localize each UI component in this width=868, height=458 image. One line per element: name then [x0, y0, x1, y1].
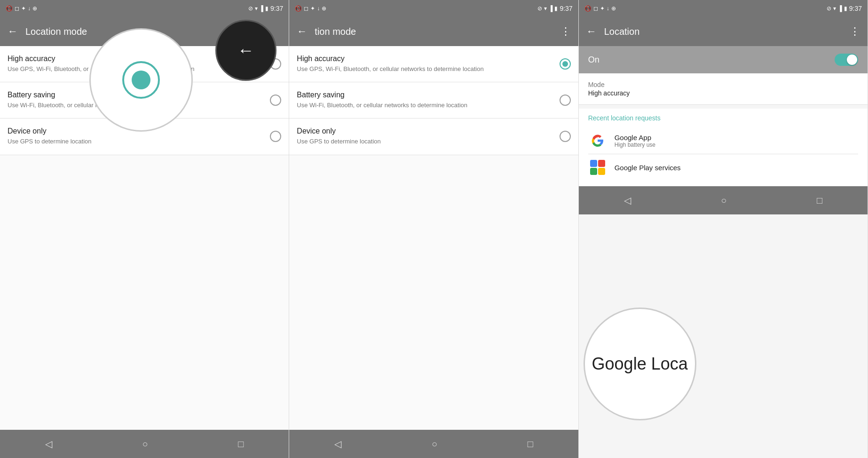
battery-icon-2: ▮ — [554, 5, 558, 12]
item-text-battery-saving-2: Battery saving Use Wi-Fi, Bluetooth, or … — [297, 91, 559, 110]
on-label: On — [588, 55, 600, 65]
radio-high-accuracy-2[interactable] — [560, 58, 571, 70]
location-mode-list-2: High accuracy Use GPS, Wi-Fi, Bluetooth,… — [289, 46, 578, 430]
item-text-device-only-2: Device only Use GPS to determine locatio… — [297, 127, 559, 146]
list-item-battery-saving-2[interactable]: Battery saving Use Wi-Fi, Bluetooth, or … — [289, 82, 578, 118]
radio-battery-saving-2[interactable] — [560, 95, 571, 106]
back-button-3[interactable]: ← — [586, 25, 597, 38]
on-toggle-section: On — [579, 46, 868, 73]
play-services-icon — [588, 158, 607, 177]
item-subtitle-high-accuracy-2: Use GPS, Wi-Fi, Bluetooth, or cellular n… — [297, 65, 559, 73]
nav-bar-3: ◁ ○ □ — [579, 186, 868, 214]
nav-home-2[interactable]: ○ — [432, 439, 437, 450]
back-zoom-overlay: ← — [215, 20, 276, 81]
item-text-high-accuracy-2: High accuracy Use GPS, Wi-Fi, Bluetooth,… — [297, 55, 559, 73]
download-icon-1: ↓ — [28, 5, 31, 12]
radio-zoom-overlay — [89, 28, 193, 132]
radio-inner-2 — [562, 61, 568, 67]
signal-icon-3: ▐ — [838, 5, 842, 12]
nav-back-2[interactable]: ◁ — [334, 438, 341, 450]
toggle-knob — [847, 55, 857, 65]
nav-recent-2[interactable]: □ — [528, 439, 533, 450]
app-bar-title-3: Location — [604, 26, 842, 37]
battery-icon-3: ▮ — [844, 5, 847, 12]
back-zoom-arrow: ← — [237, 40, 254, 60]
screenshot-icon-3: ◻ — [593, 5, 598, 12]
block-icon-1: ⊘ — [248, 5, 253, 12]
mode-section: Mode High accuracy — [579, 73, 868, 105]
sim-icon-2: 📵 — [295, 5, 302, 12]
svg-rect-3 — [598, 160, 605, 167]
status-bar-3: 📵 ◻ ✦ ↓ ⊕ ⊘ ▾ ▐ ▮ 9:37 — [579, 0, 868, 17]
play-services-info: Google Play services — [615, 164, 681, 172]
status-icons-right-2: ⊘ ▾ ▐ ▮ 9:37 — [537, 5, 573, 12]
radio-battery-saving-1[interactable] — [270, 95, 281, 106]
google-app-detail: High battery use — [615, 142, 655, 148]
download-icon-3: ↓ — [607, 5, 609, 12]
item-subtitle-battery-saving-2: Use Wi-Fi, Bluetooth, or cellular networ… — [297, 101, 559, 110]
list-item-high-accuracy-2[interactable]: High accuracy Use GPS, Wi-Fi, Bluetooth,… — [289, 46, 578, 82]
extra-icon-2: ⊕ — [322, 5, 326, 12]
app-bar-2: ← tion mode ⋮ — [289, 17, 578, 46]
location-toggle[interactable] — [835, 54, 858, 66]
radio-device-only-2[interactable] — [560, 131, 571, 142]
back-button-2[interactable]: ← — [297, 25, 307, 38]
nav-home-1[interactable]: ○ — [142, 439, 148, 450]
recent-section: Recent location requests Google App High… — [579, 109, 868, 186]
svg-rect-4 — [590, 168, 597, 175]
more-options-2[interactable]: ⋮ — [560, 25, 571, 38]
item-title-high-accuracy-2: High accuracy — [297, 55, 559, 63]
google-app-name: Google App — [615, 134, 655, 142]
dropbox-icon-2: ✦ — [310, 5, 315, 12]
play-services-name: Google Play services — [615, 164, 681, 172]
app-request-play-services[interactable]: Google Play services — [588, 154, 858, 181]
status-time-3: 9:37 — [849, 5, 862, 12]
sim-icon-1: 📵 — [6, 5, 13, 12]
sim-icon-3: 📵 — [584, 5, 592, 12]
status-icons-left-3: 📵 ◻ ✦ ↓ ⊕ — [584, 5, 827, 12]
extra-icon-3: ⊕ — [611, 5, 616, 12]
status-time-1: 9:37 — [270, 5, 283, 12]
screenshot-icon-2: ◻ — [304, 5, 308, 12]
mode-label: Mode — [588, 81, 858, 88]
status-icons-left-2: 📵 ◻ ✦ ↓ ⊕ — [295, 5, 537, 12]
item-subtitle-device-only-2: Use GPS to determine location — [297, 137, 559, 146]
recent-title: Recent location requests — [588, 114, 858, 122]
nav-recent-3[interactable]: □ — [817, 195, 822, 206]
nav-back-3[interactable]: ◁ — [624, 195, 631, 206]
item-title-device-only-2: Device only — [297, 127, 559, 135]
wifi-icon-3: ▾ — [833, 5, 836, 12]
item-title-battery-saving-2: Battery saving — [297, 91, 559, 99]
panel-2: 📵 ◻ ✦ ↓ ⊕ ⊘ ▾ ▐ ▮ 9:37 ← tion mode ⋮ Hig… — [289, 0, 578, 458]
radio-zoom-inner — [122, 61, 160, 99]
more-options-3[interactable]: ⋮ — [850, 25, 860, 38]
svg-rect-5 — [598, 168, 605, 175]
nav-recent-1[interactable]: □ — [238, 439, 244, 450]
google-app-icon — [588, 131, 607, 150]
app-request-google-app[interactable]: Google App High battery use — [588, 127, 858, 154]
extra-icon-1: ⊕ — [32, 5, 37, 12]
list-item-device-only-2[interactable]: Device only Use GPS to determine locatio… — [289, 118, 578, 155]
panel-1: 📵 ◻ ✦ ↓ ⊕ ⊘ ▾ ▐ ▮ 9:37 ← Location mode H… — [0, 0, 289, 458]
block-icon-2: ⊘ — [537, 5, 542, 12]
nav-bar-1: ◁ ○ □ — [0, 430, 289, 458]
nav-home-3[interactable]: ○ — [721, 195, 726, 206]
svg-rect-2 — [590, 160, 597, 167]
nav-bar-2: ◁ ○ □ — [289, 430, 578, 458]
download-icon-2: ↓ — [317, 5, 320, 12]
zoom-text: Google Loca — [587, 354, 693, 374]
dropbox-icon-1: ✦ — [21, 5, 26, 12]
google-loca-zoom: Google Loca — [584, 308, 696, 420]
signal-icon-2: ▐ — [549, 5, 553, 12]
dropbox-icon-3: ✦ — [600, 5, 605, 12]
back-button-1[interactable]: ← — [8, 25, 18, 38]
nav-back-1[interactable]: ◁ — [45, 438, 52, 450]
radio-device-only-1[interactable] — [270, 131, 281, 142]
status-icons-left-1: 📵 ◻ ✦ ↓ ⊕ — [6, 5, 248, 12]
signal-icon-1: ▐ — [260, 5, 264, 12]
status-time-2: 9:37 — [560, 5, 572, 12]
status-bar-2: 📵 ◻ ✦ ↓ ⊕ ⊘ ▾ ▐ ▮ 9:37 — [289, 0, 578, 17]
battery-icon-1: ▮ — [265, 5, 268, 12]
status-bar-1: 📵 ◻ ✦ ↓ ⊕ ⊘ ▾ ▐ ▮ 9:37 — [0, 0, 289, 17]
app-bar-title-2: tion mode — [315, 26, 552, 37]
